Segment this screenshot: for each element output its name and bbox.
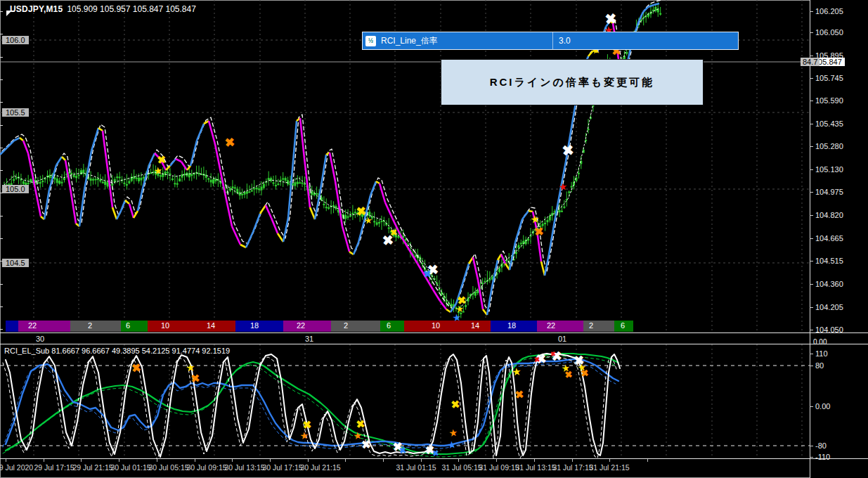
wave-segment — [170, 159, 176, 166]
annotation-callout[interactable]: RCIラインの倍率も変更可能 — [441, 59, 704, 105]
wave-segment — [522, 211, 529, 219]
wave-segment — [253, 214, 260, 232]
main-plot-bottom-border — [0, 332, 868, 333]
left-scale-tick — [0, 329, 3, 330]
left-scale-tick — [0, 193, 3, 193]
signal-star-marker: ★ — [365, 217, 373, 225]
candle-body — [263, 184, 265, 188]
wave-segment — [108, 169, 112, 207]
date-label: 31 — [305, 335, 313, 343]
price-tick-label: 106.205 — [815, 7, 843, 15]
left-price-label: 105.5 — [2, 108, 29, 117]
wave-segment — [112, 207, 117, 219]
candle-body — [282, 179, 284, 180]
hour-label: 6 — [387, 321, 391, 330]
hour-segment — [235, 321, 283, 332]
left-price-label: 106.0 — [2, 36, 29, 44]
time-tick — [308, 459, 309, 462]
time-tick — [458, 459, 459, 462]
overlapped-scale-label: 0.00 — [813, 338, 827, 346]
wave-segment — [35, 188, 41, 217]
candle-body — [328, 207, 330, 209]
wave-segment — [330, 153, 335, 181]
candle-body — [39, 182, 41, 183]
candle-body — [136, 178, 138, 179]
wave-segment — [70, 188, 76, 224]
candle-body — [488, 279, 491, 280]
candle-body — [140, 178, 142, 181]
price-tick-label: 104.975 — [815, 188, 843, 196]
hour-label: 22 — [547, 321, 555, 330]
hour-segment — [121, 321, 148, 332]
candle-body — [116, 176, 118, 178]
candle-body — [22, 181, 25, 184]
time-label: 30 Jul 01:15 — [110, 463, 150, 472]
price-tick — [810, 284, 813, 285]
price-tick — [810, 32, 813, 33]
candle-body — [210, 180, 212, 182]
left-scale-tick — [0, 216, 3, 217]
signal-x-marker: ✖ — [451, 399, 460, 410]
hour-label: 18 — [250, 321, 259, 330]
time-label: 31 Jul 01:15 — [396, 463, 436, 472]
signal-x-marker: ✖ — [224, 136, 235, 149]
signal-x-marker: ✖ — [564, 370, 573, 380]
hour-label: 10 — [432, 321, 440, 330]
candle-body — [520, 243, 522, 244]
candle-body — [380, 221, 382, 222]
candle-body — [99, 179, 101, 181]
signal-x-marker: ✖ — [302, 419, 312, 430]
wave-segment — [20, 138, 23, 141]
candle-body — [373, 221, 375, 222]
hour-label: 2 — [88, 321, 92, 330]
wave-segment — [271, 218, 278, 233]
wave-segment — [197, 124, 204, 141]
signal-star-marker: ★ — [448, 440, 456, 449]
left-scale-tick — [0, 306, 3, 307]
price-tick-label: 104.665 — [815, 234, 843, 243]
wave-segment — [462, 264, 469, 284]
candle-body — [167, 172, 169, 173]
left-scale-tick — [0, 170, 3, 171]
time-label: 30 Jul 05:15 — [148, 463, 188, 472]
candle-body — [270, 178, 272, 181]
candle-body — [190, 174, 193, 176]
sub-tick — [810, 446, 813, 446]
left-scale-tick — [0, 148, 3, 148]
wave-segment — [300, 118, 304, 158]
left-price-label: 104.5 — [2, 259, 29, 267]
wave-segment — [240, 245, 246, 247]
date-strip-border — [0, 344, 868, 344]
candle-body — [41, 181, 44, 182]
price-tick — [810, 56, 813, 56]
sub-tick-label: -110 — [815, 453, 830, 461]
time-label: 29 Jul 17:15 — [34, 463, 74, 472]
candle-body — [80, 170, 82, 174]
wave-segment — [266, 205, 271, 218]
candle-body — [97, 179, 99, 180]
wave-segment — [121, 200, 125, 211]
candle-body — [277, 183, 279, 185]
wave-segment — [62, 157, 65, 160]
price-tick — [810, 124, 813, 124]
price-tick-label: 106.050 — [815, 28, 843, 37]
wave-segment — [134, 211, 138, 218]
candle-body — [571, 186, 573, 188]
candle-body — [268, 178, 270, 181]
signal-x-marker: ✖ — [514, 389, 524, 400]
sub-tick-label: 0.00 — [815, 402, 830, 411]
wave-segment — [129, 204, 134, 218]
candle-body — [13, 179, 15, 181]
time-tick — [44, 459, 44, 462]
sub-tick-label: 80 — [815, 361, 824, 370]
candle-body — [104, 181, 106, 185]
candle-body — [107, 182, 109, 186]
candle-body — [376, 222, 378, 224]
signal-star-marker: ★ — [154, 166, 162, 175]
candle-body — [275, 185, 277, 186]
indicator-page-icon: ½ — [365, 36, 376, 46]
time-label: 31 Jul 05:15 — [441, 463, 481, 472]
rci-indicator-chart[interactable] — [0, 344, 810, 458]
wave-segment — [190, 141, 197, 166]
wave-segment — [103, 131, 108, 169]
